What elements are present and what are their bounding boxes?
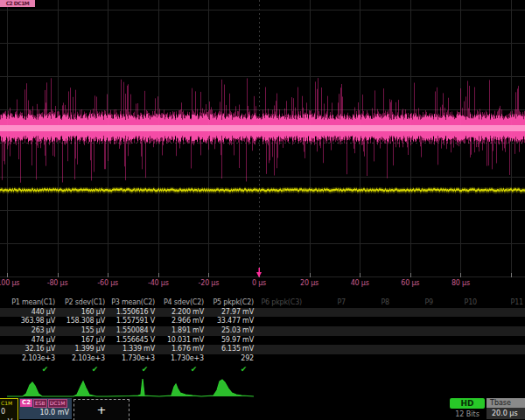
stat-value: 1.891 mV [172,326,204,336]
time-axis-label: -80 µs [47,279,68,287]
stat-value: 10.031 mV [167,336,204,346]
status-check-icon: ✔ [142,364,148,374]
stat-value: 2.103e+3 [72,354,105,364]
time-axis-label: 40 µs [351,279,369,287]
stat-value: 2.103e+3 [22,354,55,364]
c2-channel-label: C2 [20,399,32,407]
stat-value: 1.676 mV [172,345,204,354]
c2-scale-value: 10.0 mV [19,408,72,418]
stat-value: 25.03 mV [221,326,254,336]
param-header[interactable]: P5 pkpk(C2) [213,298,254,308]
hd-bits-label: 12 Bits [450,410,485,418]
stat-value: 160 µV [81,308,105,318]
param-header-unused[interactable]: P8 [381,298,389,308]
measure-stat-row: 32.16 µV1.399 µV1.339 mV1.676 mV6.135 mV [0,345,525,354]
stat-value: 1.557591 V [116,317,155,326]
timebase-descriptor[interactable]: Tbase 20.0 µs [486,398,525,420]
param-header[interactable]: P1 mean(C1) [11,298,55,308]
add-trace-button[interactable]: + [74,399,130,420]
stat-value: 1.399 µV [75,345,105,354]
stat-value: 167 µV [81,336,105,346]
histicon-shape [159,384,201,396]
param-header-unused[interactable]: P7 [337,298,346,308]
measure-stat-row: 263 µV155 µV1.550084 V1.891 mV25.03 mV [0,326,525,336]
stat-value: 263 µV [32,326,55,336]
stat-value: 155 µV [81,326,105,336]
stat-value: 1.550616 V [116,308,155,318]
status-check-icon: ✔ [241,364,247,374]
stat-value: 440 µV [32,308,55,318]
time-axis-label: -60 µs [97,279,118,287]
measure-stat-row: 2.103e+32.103e+31.730e+31.730e+3292 [0,354,525,364]
param-header[interactable]: P4 sdev(C2) [164,298,204,308]
stat-value: 363.98 µV [21,317,55,326]
c1-scale-value: 0 mV [0,407,18,420]
channel-c2-descriptor[interactable]: C2 ESB DC1M 10.0 mV [19,398,72,419]
time-axis-label: -100 µs [0,279,19,287]
param-header[interactable]: P3 mean(C2) [111,298,155,308]
status-check-icon: ✔ [42,364,48,374]
waveform-display[interactable] [0,0,525,278]
stat-value: 292 [241,354,254,364]
stat-value: 1.730e+3 [171,354,204,364]
status-check-icon: ✔ [191,364,197,374]
stat-value: 27.97 mV [221,308,254,318]
time-axis-label: -40 µs [148,279,169,287]
channel-c1-descriptor[interactable]: C1M 0 mV [0,398,18,420]
measure-header-row: P1 mean(C1)P2 sdev(C1)P3 mean(C2)P4 sdev… [0,298,525,308]
c2-esb-badge: ESB [33,399,47,408]
c1-coupling-label: C1M [0,399,18,407]
measure-status-row: ✔✔✔✔✔ [0,364,525,374]
time-axis-label: -20 µs [199,279,220,287]
parameter-histicons[interactable] [0,376,525,399]
stat-value: 2.966 mV [172,317,204,326]
param-header-unused[interactable]: P10 [465,298,477,308]
stat-value: 32.16 µV [25,345,55,354]
plus-icon: + [97,403,107,416]
stat-value: 6.135 mV [221,345,254,354]
histicon-shape [201,380,254,396]
measure-stat-row: 474 µV167 µV1.556645 V10.031 mV59.97 mV [0,336,525,346]
stat-value: 59.97 mV [221,336,254,346]
timebase-title: Tbase [486,398,525,408]
param-header[interactable]: P2 sdev(C1) [65,298,105,308]
stat-value: 158.308 µV [66,317,105,326]
histicon-shape [107,379,159,396]
stat-value: 2.200 mV [172,308,204,318]
time-axis-label: 80 µs [452,279,470,287]
histicon-outline [107,379,159,396]
time-axis-label: 20 µs [300,279,318,287]
stat-value: 474 µV [32,336,55,346]
param-header-unused[interactable]: P6 pkpk(C3) [261,298,302,308]
timebase-value: 20.0 µs [486,408,525,419]
stat-value: 1.550084 V [116,326,155,336]
hd-mode-badge[interactable]: HD [450,398,485,409]
stat-value: 1.730e+3 [122,354,155,364]
measure-stat-row: 363.98 µV158.308 µV1.557591 V2.966 mV33.… [0,317,525,326]
time-axis-label: 60 µs [401,279,419,287]
time-axis-label: 0 µs [252,279,266,287]
status-check-icon: ✔ [92,364,98,374]
measure-stat-row: 440 µV160 µV1.550616 V2.200 mV27.97 mV [0,308,525,318]
stat-value: 1.556645 V [116,336,155,346]
stat-value: 1.339 mV [122,345,155,354]
timebase-axis-labels: -100 µs-80 µs-60 µs-40 µs-20 µs0 µs20 µs… [0,279,525,290]
param-header-unused[interactable]: P9 [424,298,433,308]
oscilloscope-screen: { "trace_badge": { "text": "C2 DC1M" }, … [0,0,525,420]
measurement-table: P1 mean(C1)P2 sdev(C1)P3 mean(C2)P4 sdev… [0,298,525,374]
c2-coupling-badge: DC1M [48,399,67,408]
param-header-unused[interactable]: P11 [511,298,523,308]
trace-descriptor-badge: C2 DC1M [0,0,35,7]
stat-value: 33.477 mV [217,317,254,326]
